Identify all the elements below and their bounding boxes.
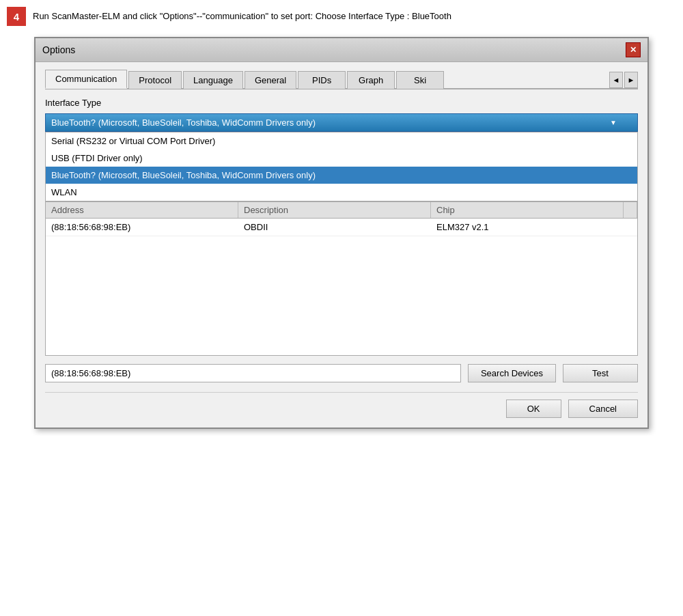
search-devices-button[interactable]: Search Devices [468, 364, 556, 382]
cell-address: (88:18:56:68:98:EB) [46, 219, 238, 236]
dialog-titlebar: Options ✕ [36, 38, 647, 62]
bottom-bar: Search Devices Test [45, 364, 638, 382]
dropdown-selected-text: BlueTooth? (Microsoft, BlueSoleil, Toshi… [51, 117, 316, 128]
table-row[interactable]: (88:18:56:68:98:EB) OBDII ELM327 v2.1 [46, 219, 637, 236]
dropdown-list: Serial (RS232 or Virtual COM Port Driver… [45, 132, 638, 201]
tab-next-button[interactable]: ► [624, 72, 638, 88]
dropdown-option-serial[interactable]: Serial (RS232 or Virtual COM Port Driver… [46, 132, 637, 150]
options-dialog: Options ✕ Communication Protocol Languag… [34, 37, 649, 429]
tab-language[interactable]: Language [183, 71, 243, 89]
dialog-body: Communication Protocol Language General … [36, 62, 647, 428]
col-chip: Chip [431, 202, 624, 218]
table-body: (88:18:56:68:98:EB) OBDII ELM327 v2.1 [46, 219, 637, 355]
step-badge: 4 [7, 7, 26, 26]
address-input[interactable] [45, 364, 461, 382]
tab-protocol[interactable]: Protocol [128, 71, 182, 89]
cancel-button[interactable]: Cancel [568, 400, 638, 418]
tab-ski[interactable]: Ski [396, 71, 444, 89]
dialog-footer: OK Cancel [45, 392, 638, 418]
instruction-bar: 4 Run ScanMaster-ELM and click "Options"… [7, 7, 676, 26]
cell-chip: ELM327 v2.1 [431, 219, 624, 236]
interface-type-dropdown[interactable]: BlueTooth? (Microsoft, BlueSoleil, Toshi… [45, 113, 638, 201]
ok-button[interactable]: OK [506, 400, 561, 418]
dropdown-option-usb[interactable]: USB (FTDI Driver only) [46, 150, 637, 167]
dialog-title: Options [42, 44, 75, 55]
col-description: Description [238, 202, 431, 218]
tab-bar: Communication Protocol Language General … [45, 69, 638, 89]
instruction-text: Run ScanMaster-ELM and click "Options"--… [33, 7, 451, 23]
table-header: Address Description Chip [46, 202, 637, 219]
col-address: Address [46, 202, 238, 218]
cell-scroll-placeholder [624, 219, 637, 236]
dropdown-option-wlan[interactable]: WLAN [46, 184, 637, 201]
tab-navigation: ◄ ► [609, 72, 638, 88]
tab-general[interactable]: General [245, 71, 296, 89]
dropdown-selected-value[interactable]: BlueTooth? (Microsoft, BlueSoleil, Toshi… [45, 113, 638, 132]
interface-type-label: Interface Type [45, 98, 638, 108]
tab-prev-button[interactable]: ◄ [609, 72, 623, 88]
test-button[interactable]: Test [563, 364, 638, 382]
dropdown-arrow-icon: ▼ [610, 119, 617, 126]
cell-description: OBDII [238, 219, 431, 236]
tab-graph[interactable]: Graph [347, 71, 395, 89]
close-button[interactable]: ✕ [626, 42, 641, 57]
dropdown-option-bluetooth[interactable]: BlueTooth? (Microsoft, BlueSoleil, Toshi… [46, 167, 637, 184]
tab-communication[interactable]: Communication [45, 70, 127, 89]
tab-pids[interactable]: PIDs [298, 71, 346, 89]
col-scrollbar-header [624, 202, 637, 218]
devices-table: Address Description Chip (88:18:56:68:98… [45, 201, 638, 356]
